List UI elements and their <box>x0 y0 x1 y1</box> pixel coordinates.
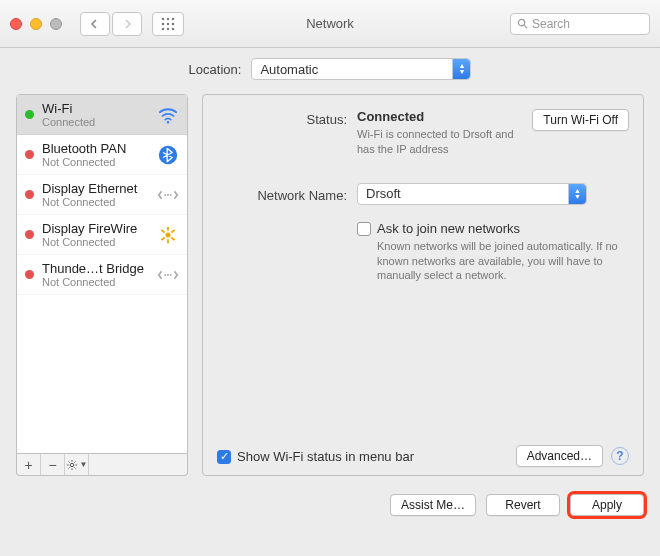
svg-point-25 <box>170 274 172 276</box>
network-sidebar: Wi-Fi Connected Bluetooth PAN Not Connec… <box>16 94 188 476</box>
zoom-window-button[interactable] <box>50 18 62 30</box>
forward-button[interactable] <box>112 12 142 36</box>
status-dot-icon <box>25 270 34 279</box>
close-window-button[interactable] <box>10 18 22 30</box>
help-button[interactable]: ? <box>611 447 629 465</box>
back-button[interactable] <box>80 12 110 36</box>
add-service-button[interactable]: + <box>17 454 41 475</box>
sidebar-item-wifi[interactable]: Wi-Fi Connected <box>17 95 187 135</box>
svg-point-3 <box>162 22 164 24</box>
svg-line-33 <box>74 461 75 462</box>
remove-service-button[interactable]: − <box>41 454 65 475</box>
service-status: Connected <box>42 116 149 128</box>
svg-line-21 <box>171 230 174 233</box>
svg-point-2 <box>172 17 174 19</box>
firewire-icon <box>157 224 179 246</box>
location-row: Location: Automatic ▲▼ <box>0 48 660 86</box>
service-status: Not Connected <box>42 156 149 168</box>
window-title: Network <box>306 16 354 31</box>
list-action-bar: + − ▼ <box>16 454 188 476</box>
status-label: Status: <box>217 109 347 157</box>
svg-point-5 <box>172 22 174 24</box>
status-value: Connected <box>357 109 522 124</box>
service-status: Not Connected <box>42 196 149 208</box>
window-titlebar: Network Search <box>0 0 660 48</box>
chevron-down-icon: ▼ <box>80 460 88 469</box>
location-value: Automatic <box>260 62 444 77</box>
svg-point-0 <box>162 17 164 19</box>
service-options-button[interactable]: ▼ <box>65 454 89 475</box>
gear-icon <box>66 459 78 471</box>
svg-point-9 <box>518 19 524 25</box>
network-name-select[interactable]: Drsoft ▲▼ <box>357 183 587 205</box>
service-name: Bluetooth PAN <box>42 141 149 156</box>
ask-to-join-label: Ask to join new networks <box>377 221 627 236</box>
network-list: Wi-Fi Connected Bluetooth PAN Not Connec… <box>16 94 188 454</box>
apply-button[interactable]: Apply <box>570 494 644 516</box>
svg-point-11 <box>167 121 170 124</box>
sidebar-item-thunderbolt-bridge[interactable]: Thunde…t Bridge Not Connected <box>17 255 187 295</box>
grid-icon <box>161 17 175 31</box>
ethernet-icon <box>157 184 179 206</box>
service-name: Display Ethernet <box>42 181 149 196</box>
detail-panel: Status: Connected Wi-Fi is connected to … <box>202 94 644 476</box>
search-icon <box>517 18 528 29</box>
svg-line-32 <box>74 467 75 468</box>
status-dot-icon <box>25 230 34 239</box>
sidebar-item-bluetooth[interactable]: Bluetooth PAN Not Connected <box>17 135 187 175</box>
svg-point-15 <box>170 194 172 196</box>
main-content: Wi-Fi Connected Bluetooth PAN Not Connec… <box>0 86 660 484</box>
ask-to-join-checkbox[interactable] <box>357 222 371 236</box>
show-wifi-status-checkbox[interactable]: ✓ <box>217 450 231 464</box>
svg-line-31 <box>68 461 69 462</box>
service-status: Not Connected <box>42 236 149 248</box>
status-dot-icon <box>25 150 34 159</box>
svg-point-26 <box>70 463 74 467</box>
network-name-label: Network Name: <box>217 185 347 203</box>
sidebar-item-display-ethernet[interactable]: Display Ethernet Not Connected <box>17 175 187 215</box>
wifi-icon <box>157 104 179 126</box>
network-name-value: Drsoft <box>366 186 560 201</box>
svg-point-13 <box>164 194 166 196</box>
location-label: Location: <box>189 62 242 77</box>
ask-to-join-description: Known networks will be joined automatica… <box>377 239 627 284</box>
svg-point-23 <box>164 274 166 276</box>
service-name: Wi-Fi <box>42 101 149 116</box>
svg-line-22 <box>161 237 164 240</box>
revert-button[interactable]: Revert <box>486 494 560 516</box>
sidebar-item-display-firewire[interactable]: Display FireWire Not Connected <box>17 215 187 255</box>
svg-point-8 <box>172 27 174 29</box>
svg-point-7 <box>167 27 169 29</box>
svg-line-10 <box>524 25 527 28</box>
svg-point-16 <box>166 232 171 237</box>
chevron-right-icon <box>122 19 132 29</box>
search-placeholder: Search <box>532 17 570 31</box>
turn-wifi-off-button[interactable]: Turn Wi-Fi Off <box>532 109 629 131</box>
svg-line-20 <box>171 237 174 240</box>
bluetooth-icon <box>157 144 179 166</box>
ethernet-icon <box>157 264 179 286</box>
status-description: Wi-Fi is connected to Drsoft and has the… <box>357 127 522 157</box>
status-dot-icon <box>25 190 34 199</box>
minimize-window-button[interactable] <box>30 18 42 30</box>
svg-point-4 <box>167 22 169 24</box>
show-all-button[interactable] <box>152 12 184 36</box>
chevron-left-icon <box>90 19 100 29</box>
footer-buttons: Assist Me… Revert Apply <box>0 484 660 530</box>
assist-me-button[interactable]: Assist Me… <box>390 494 476 516</box>
svg-line-19 <box>161 230 164 233</box>
search-input[interactable]: Search <box>510 13 650 35</box>
svg-line-34 <box>68 467 69 468</box>
select-arrows-icon: ▲▼ <box>568 184 586 204</box>
select-arrows-icon: ▲▼ <box>452 59 470 79</box>
service-name: Display FireWire <box>42 221 149 236</box>
advanced-button[interactable]: Advanced… <box>516 445 603 467</box>
nav-buttons <box>80 12 142 36</box>
service-name: Thunde…t Bridge <box>42 261 149 276</box>
service-status: Not Connected <box>42 276 149 288</box>
show-wifi-status-label: Show Wi-Fi status in menu bar <box>237 449 414 464</box>
location-select[interactable]: Automatic ▲▼ <box>251 58 471 80</box>
svg-point-14 <box>167 194 169 196</box>
svg-point-1 <box>167 17 169 19</box>
traffic-lights <box>10 18 62 30</box>
